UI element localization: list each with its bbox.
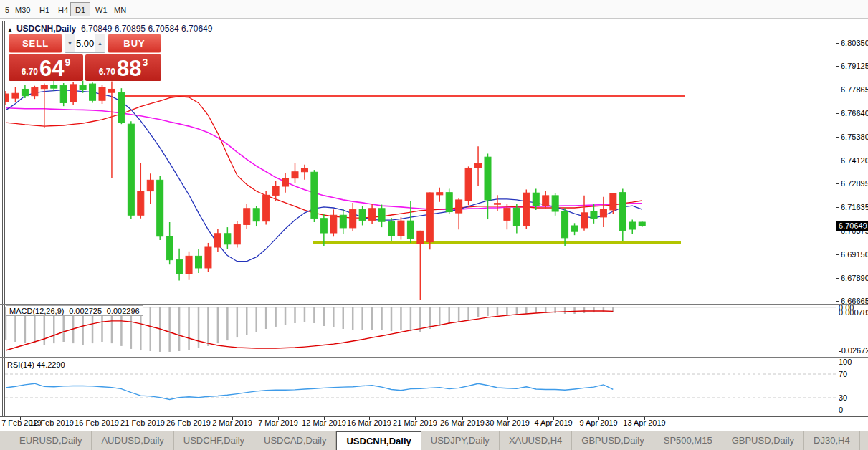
- macd-indicator-label: MACD(12,26,9) -0.002725 -0.002296: [6, 305, 143, 316]
- price-axis-tick: [836, 66, 839, 67]
- one-click-trading-panel: SELL ▼ 5.00 ▲ BUY 6.70 64 9 6.70 88 3: [9, 34, 161, 81]
- candlestick: [552, 193, 558, 216]
- symbol-tab-bar: EURUSD,DailyAUDUSD,DailyUSDCHF,DailyUSDC…: [0, 431, 868, 450]
- candlestick: [330, 209, 337, 236]
- tab-usdcnh-daily[interactable]: USDCNH,Daily: [336, 431, 421, 450]
- tab-audusd-daily[interactable]: AUDUSD,Daily: [92, 431, 173, 450]
- ma_slow-line: [6, 108, 642, 209]
- candlestick: [244, 204, 250, 229]
- price-axis-label: 6.67890: [841, 274, 868, 282]
- candlestick: [32, 86, 38, 99]
- chart-left-border-outer: [2, 21, 3, 417]
- candlestick: [5, 91, 9, 105]
- sell-price-prefix: 6.70: [22, 67, 38, 77]
- candlestick: [523, 189, 530, 229]
- price-axis-label: 6.75380: [841, 133, 868, 141]
- price-axis-tick: [836, 90, 839, 90]
- timeframe-button-d1[interactable]: D1: [70, 2, 90, 16]
- candlestick: [70, 82, 77, 105]
- buy-price-prefix: 6.70: [99, 67, 115, 77]
- tab-xauusd-h4[interactable]: XAUUSD,H4: [500, 431, 572, 450]
- price-axis-label: 6.76640: [841, 109, 868, 118]
- candlestick: [639, 221, 645, 227]
- timeframe-button-h1[interactable]: H1: [34, 2, 54, 16]
- candlestick: [90, 82, 96, 102]
- buy-price-big-digits: 88: [117, 58, 141, 79]
- candlestick: [398, 217, 404, 240]
- price-axis-label: 6.80350: [841, 39, 868, 47]
- candlestick: [456, 198, 462, 229]
- tab-gbpusd-daily[interactable]: GBPUSD,Daily: [722, 431, 804, 450]
- candlestick: [417, 231, 424, 300]
- tab-tech100-h1[interactable]: TECH100,H1: [860, 431, 868, 450]
- pane-separator[interactable]: [0, 302, 868, 302]
- candlestick: [60, 83, 67, 106]
- price-axis-label: 6.77865: [841, 85, 868, 94]
- candlestick: [378, 205, 385, 228]
- tab-sp500-m15[interactable]: SP500,M15: [654, 431, 722, 450]
- candlestick: [562, 208, 568, 246]
- candlestick: [426, 192, 433, 249]
- candlestick: [465, 166, 472, 205]
- candlestick: [176, 249, 183, 281]
- symbol-ohlc-values: 6.70849 6.70895 6.70584 6.70649: [81, 24, 213, 34]
- rsi-axis-label: 70: [839, 370, 847, 378]
- sell-price-quote[interactable]: 6.70 64 9: [9, 54, 83, 81]
- candlestick: [311, 170, 318, 222]
- tab-usdcad-daily[interactable]: USDCAD,Daily: [254, 431, 336, 450]
- volume-increase-icon[interactable]: ▲: [95, 34, 105, 52]
- candlestick: [600, 197, 606, 227]
- price-axis-tick: [836, 301, 839, 302]
- candlestick: [581, 196, 588, 231]
- macd-axis-label: 0.000782: [839, 308, 868, 317]
- collapse-triangle-icon[interactable]: ▲: [7, 27, 13, 33]
- price-axis-label: 6.70375: [841, 226, 868, 235]
- volume-input[interactable]: 5.00: [76, 34, 94, 52]
- rsi-axis-label: 30: [839, 393, 847, 402]
- tab-gbpusd-daily[interactable]: GBPUSD,Daily: [572, 431, 654, 450]
- price-axis-label: 6.69150: [841, 250, 868, 259]
- rsi-pane[interactable]: [5, 358, 836, 416]
- candlestick: [485, 153, 491, 219]
- chart-symbol-header: ▲USDCNH,Daily 6.70849 6.70895 6.70584 6.…: [7, 24, 212, 34]
- candlestick: [369, 204, 376, 224]
- macd-signal-line: [6, 311, 613, 350]
- buy-price-quote[interactable]: 6.70 88 3: [85, 54, 161, 81]
- candlestick: [292, 163, 298, 183]
- candlestick: [350, 203, 356, 231]
- candlestick: [196, 249, 202, 273]
- candlestick: [41, 84, 47, 128]
- candlestick: [263, 191, 270, 224]
- pane-separator[interactable]: [0, 355, 868, 355]
- buy-button[interactable]: BUY: [108, 34, 161, 53]
- tab-dj30-h4[interactable]: DJ30,H4: [804, 431, 860, 450]
- symbol-name: USDCNH,Daily: [16, 24, 76, 34]
- tab-eurusd-daily[interactable]: EURUSD,Daily: [10, 431, 92, 450]
- price-axis-tick: [836, 254, 839, 255]
- candlestick: [118, 88, 125, 124]
- rsi-axis-label: 0: [839, 406, 843, 414]
- candlestick: [205, 243, 211, 272]
- chart-top-border: [0, 21, 868, 21]
- candlestick: [214, 229, 221, 252]
- sell-button[interactable]: SELL: [9, 34, 62, 53]
- tab-usdchf-daily[interactable]: USDCHF,Daily: [174, 431, 254, 450]
- date-axis-label: 12 Mar 2019: [302, 418, 346, 427]
- volume-decrease-icon[interactable]: ▼: [65, 34, 75, 52]
- date-axis-label: 21 Mar 2019: [393, 418, 437, 427]
- tab-usdjpy-daily[interactable]: USDJPY,Daily: [421, 431, 500, 450]
- price-axis-border: [836, 21, 836, 417]
- candlestick: [166, 222, 173, 264]
- date-axis-label: 7 Mar 2019: [258, 418, 298, 427]
- timeframe-button-m30[interactable]: M30: [10, 2, 35, 16]
- price-axis-tick: [836, 161, 839, 161]
- price-axis-tick: [836, 231, 839, 231]
- candlestick: [446, 188, 452, 214]
- timeframe-button-mn[interactable]: MN: [109, 2, 131, 16]
- date-axis-label: 12 Feb 2019: [29, 418, 74, 427]
- candlestick: [12, 87, 19, 102]
- buy-price-pip-digit: 3: [143, 57, 148, 68]
- volume-spinner: ▼ 5.00 ▲: [65, 34, 105, 53]
- price-axis-label: 6.71635: [841, 203, 868, 211]
- candlestick: [157, 176, 163, 240]
